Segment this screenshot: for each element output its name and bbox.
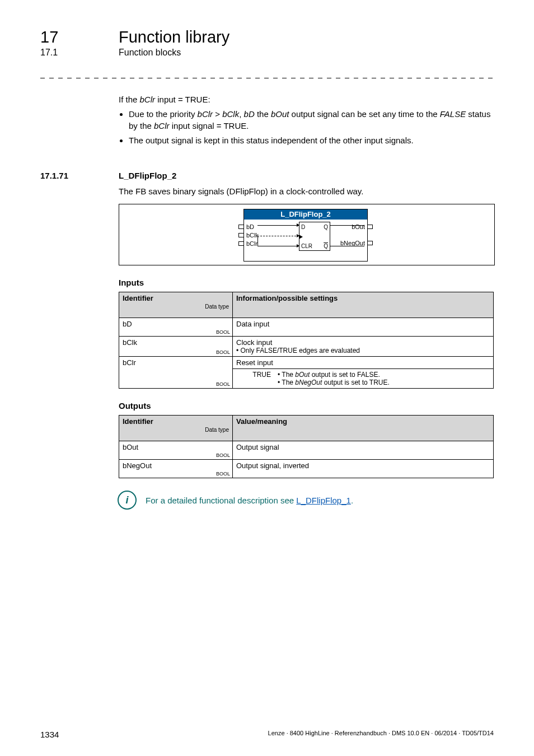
nested-line: • The bNegOut output is set to TRUE.: [278, 379, 490, 386]
fb-diagram: L_DFlipFlop_2 bD bClk bClr bOut bNegOut: [119, 204, 495, 265]
page-number: 1334: [40, 730, 59, 739]
subchapter-number: 17.1: [40, 48, 96, 58]
fb-port-bd: bD: [246, 223, 259, 231]
fb-inner-block: D Q CLR Q: [299, 222, 330, 251]
tip-icon: i: [118, 491, 137, 510]
chapter-title: Function library: [119, 28, 229, 46]
input-info: Data input: [233, 318, 494, 337]
input-dtype: BOOL: [216, 381, 230, 387]
inner-q: Q: [324, 224, 328, 230]
input-info: Reset input: [233, 357, 493, 369]
nested-line: • The bOut output is set to FALSE.: [278, 371, 490, 379]
tip-text: For a detailed functional description se…: [146, 496, 353, 505]
outputs-header-datatype: Data type: [123, 427, 229, 433]
input-id: bD: [123, 320, 132, 328]
output-id: bNegOut: [123, 461, 152, 470]
divider: [40, 78, 494, 78]
intro-bullet: The output signal is kept in this status…: [129, 135, 494, 146]
output-id: bOut: [123, 443, 138, 451]
footer-meta: Lenze · 8400 HighLine · Referenzhandbuch…: [268, 730, 494, 739]
input-dtype: BOOL: [216, 349, 230, 355]
output-info: Output signal, inverted: [233, 460, 494, 478]
input-subinfo: • Only FALSE/TRUE edges are evaluated: [236, 347, 490, 354]
section-description: The FB saves binary signals (DFlipFlop) …: [119, 186, 494, 197]
inputs-header-info: Information/possible settings: [233, 292, 494, 318]
outputs-header-info: Value/meaning: [233, 416, 494, 441]
inputs-header-datatype: Data type: [123, 304, 229, 310]
outputs-heading: Outputs: [119, 401, 494, 410]
outputs-table: Identifier Data type Value/meaning bOut …: [119, 415, 494, 478]
clock-edge-icon: [299, 235, 303, 239]
nested-key: TRUE: [233, 369, 274, 389]
inputs-header-identifier: Identifier: [123, 294, 229, 302]
output-dtype: BOOL: [216, 471, 230, 477]
section-title: L_DFlipFlop_2: [119, 171, 176, 180]
section-number: 17.1.71: [40, 171, 96, 180]
input-dtype: BOOL: [216, 329, 230, 335]
tip-link[interactable]: L_DFlipFlop_1: [296, 496, 351, 505]
fb-diagram-title: L_DFlipFlop_2: [244, 209, 367, 220]
inputs-heading: Inputs: [119, 278, 494, 287]
table-row: bNegOut BOOL Output signal, inverted: [119, 460, 494, 478]
inner-d: D: [301, 224, 305, 230]
output-dtype: BOOL: [216, 452, 230, 458]
fb-port-bout: bOut: [340, 223, 365, 231]
subchapter-title: Function blocks: [119, 48, 181, 58]
outputs-header-identifier: Identifier: [123, 417, 229, 426]
chapter-number: 17: [40, 28, 96, 46]
inputs-table: Identifier Data type Information/possibl…: [119, 292, 494, 389]
table-row: bOut BOOL Output signal: [119, 441, 494, 460]
intro-bullet: Due to the priority bClr > bClk, bD the …: [129, 109, 494, 132]
intro-line: If the bClr input = TRUE:: [119, 94, 494, 105]
table-row: bD BOOL Data input: [119, 318, 494, 337]
output-info: Output signal: [233, 441, 494, 460]
inner-qbar: Q: [324, 243, 328, 249]
table-row: bClk BOOL Clock input • Only FALSE/TRUE …: [119, 337, 494, 357]
fb-port-bclr: bClr: [246, 240, 259, 248]
input-id: bClk: [123, 338, 137, 347]
input-id: bClr: [123, 358, 136, 367]
fb-port-bclk: bClk: [246, 231, 259, 240]
inner-clr: CLR: [301, 243, 312, 249]
table-row: bClr BOOL Reset input TRUE • The bOut ou…: [119, 357, 494, 389]
input-info: Clock input: [236, 338, 490, 347]
